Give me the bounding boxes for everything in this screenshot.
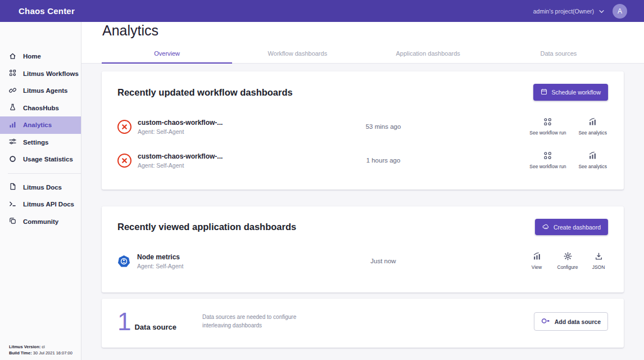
- data-source-card: 1 Data source Data sources are needed to…: [102, 299, 624, 348]
- page-content: Recently updated workflow dashboards Sch…: [81, 64, 644, 360]
- api-docs-icon: [9, 200, 16, 209]
- main-area: Analytics Overview Workflow dashboards A…: [81, 22, 644, 360]
- chaos-center-app: Chaos Center admin's project(Owner) A Ho…: [0, 0, 644, 360]
- see-analytics-label: See analytics: [578, 130, 607, 136]
- cloud-dashboard-icon: [542, 223, 550, 231]
- chevron-down-icon: [599, 8, 604, 15]
- build-time: Build Time: 30 Jul 2021 16:07:00: [9, 350, 72, 357]
- data-source-description: Data sources are needed to configure int…: [202, 313, 325, 330]
- schedule-workflow-label: Schedule workflow: [551, 89, 601, 96]
- workflow-run-icon: [543, 151, 552, 161]
- add-data-source-label: Add data source: [555, 318, 601, 325]
- application-card-title: Recently viewed application dashboards: [117, 222, 296, 232]
- application-dashboard-row: Node metrics Agent: Self-Agent Just now …: [102, 244, 624, 278]
- workflow-dashboards-card: Recently updated workflow dashboards Sch…: [102, 71, 624, 190]
- view-label: View: [532, 264, 542, 270]
- data-source-label: Data source: [134, 323, 176, 331]
- sidebar-item-litmus-agents[interactable]: Litmus Agents: [0, 82, 81, 100]
- see-workflow-run-label: See workflow run: [529, 130, 566, 136]
- litmus-version: Litmus Version: ci: [9, 344, 72, 350]
- download-json-action[interactable]: JSON: [590, 252, 607, 270]
- view-chart-icon: [533, 252, 541, 262]
- schedule-workflow-button[interactable]: Schedule workflow: [533, 84, 608, 101]
- see-workflow-run-label: See workflow run: [529, 164, 566, 169]
- see-analytics-action[interactable]: See analytics: [578, 118, 607, 136]
- sidebar-item-label: Litmus Docs: [23, 184, 62, 191]
- view-dashboard-action[interactable]: View: [528, 252, 545, 270]
- top-header: Chaos Center admin's project(Owner) A: [0, 0, 644, 22]
- workflow-updated-time: 53 mins ago: [319, 123, 448, 130]
- tab-data-sources[interactable]: Data sources: [493, 45, 624, 64]
- tab-application-dashboards[interactable]: Application dashboards: [363, 45, 493, 64]
- page-title: Analytics: [102, 22, 644, 39]
- calendar-icon: [541, 88, 547, 96]
- sidebar-item-litmus-workflows[interactable]: Litmus Workflows: [0, 65, 81, 83]
- download-icon: [595, 252, 603, 262]
- error-circle-x-icon: [117, 120, 131, 134]
- workflow-name: custom-chaos-workflow-...: [138, 152, 223, 160]
- sidebar-item-settings[interactable]: Settings: [0, 134, 81, 151]
- sidebar-item-chaoshubs[interactable]: ChaosHubs: [0, 100, 81, 117]
- docs-icon: [9, 183, 16, 191]
- workflow-card-title: Recently updated workflow dashboards: [117, 87, 293, 98]
- workflow-row: custom-chaos-workflow-... Agent: Self-Ag…: [102, 110, 624, 143]
- sidebar-item-label: Litmus Workflows: [23, 70, 79, 77]
- see-workflow-run-action[interactable]: See workflow run: [529, 151, 566, 169]
- sidebar-item-litmus-api-docs[interactable]: Litmus API Docs: [0, 196, 81, 213]
- dashboard-viewed-time: Just now: [319, 258, 448, 264]
- analytics-icon: [9, 121, 16, 129]
- error-circle-x-icon: [117, 154, 131, 168]
- sidebar-item-label: Litmus API Docs: [23, 201, 74, 208]
- add-data-source-button[interactable]: Add data source: [534, 312, 608, 331]
- project-selector-label: admin's project(Owner): [533, 8, 594, 15]
- sidebar-footer: Litmus Version: ci Build Time: 30 Jul 20…: [9, 344, 72, 356]
- workflow-updated-time: 1 hours ago: [319, 157, 448, 164]
- data-source-icon: [541, 317, 550, 326]
- see-analytics-action[interactable]: See analytics: [578, 151, 607, 169]
- workflow-agent: Agent: Self-Agent: [138, 162, 223, 169]
- home-icon: [9, 52, 16, 61]
- data-source-count: 1: [117, 311, 131, 332]
- create-dashboard-label: Create dashbaord: [554, 224, 601, 231]
- application-dashboards-card: Recently viewed application dashboards C…: [102, 206, 624, 292]
- usage-statistics-icon: [9, 155, 16, 164]
- sidebar-item-home[interactable]: Home: [0, 48, 81, 65]
- workflow-row: custom-chaos-workflow-... Agent: Self-Ag…: [102, 143, 624, 177]
- workflow-name: custom-chaos-workflow-...: [138, 119, 223, 127]
- avatar-letter: A: [618, 7, 622, 15]
- analytics-chart-icon: [588, 151, 597, 161]
- app-title: Chaos Center: [19, 6, 75, 16]
- sidebar-item-label: Analytics: [23, 122, 52, 128]
- page-header: Analytics Overview Workflow dashboards A…: [81, 22, 644, 64]
- workflow-agent: Agent: Self-Agent: [138, 128, 223, 135]
- create-dashboard-button[interactable]: Create dashbaord: [535, 219, 608, 235]
- sidebar-item-label: Settings: [23, 139, 48, 146]
- sidebar-divider: [8, 173, 81, 174]
- configure-label: Configure: [557, 264, 578, 270]
- avatar[interactable]: A: [613, 4, 627, 19]
- header-right: admin's project(Owner) A: [533, 4, 627, 19]
- configure-dashboard-action[interactable]: Configure: [555, 252, 580, 270]
- dashboard-agent: Agent: Self-Agent: [137, 263, 183, 269]
- sidebar: Home Litmus Workflows Litmus Agents Chao…: [0, 22, 81, 360]
- sidebar-item-community[interactable]: Community: [0, 213, 81, 231]
- sidebar-item-label: Usage Statistics: [23, 156, 73, 163]
- sidebar-item-litmus-docs[interactable]: Litmus Docs: [0, 179, 81, 196]
- see-workflow-run-action[interactable]: See workflow run: [529, 118, 566, 136]
- see-analytics-label: See analytics: [578, 164, 607, 169]
- project-selector[interactable]: admin's project(Owner): [533, 8, 604, 15]
- tab-overview[interactable]: Overview: [102, 45, 232, 64]
- sidebar-item-label: ChaosHubs: [23, 105, 59, 111]
- sidebar-item-analytics[interactable]: Analytics: [0, 116, 81, 134]
- json-label: JSON: [592, 264, 605, 270]
- settings-icon: [9, 138, 16, 146]
- workflow-run-icon: [543, 118, 552, 127]
- sidebar-item-label: Home: [23, 53, 41, 60]
- workflows-icon: [9, 69, 16, 78]
- tab-workflow-dashboards[interactable]: Workflow dashboards: [232, 45, 362, 64]
- kubernetes-node-icon: [117, 255, 130, 268]
- analytics-chart-icon: [588, 118, 597, 127]
- sidebar-item-usage-statistics[interactable]: Usage Statistics: [0, 151, 81, 168]
- sidebar-item-label: Litmus Agents: [23, 87, 67, 94]
- gear-icon: [564, 252, 572, 262]
